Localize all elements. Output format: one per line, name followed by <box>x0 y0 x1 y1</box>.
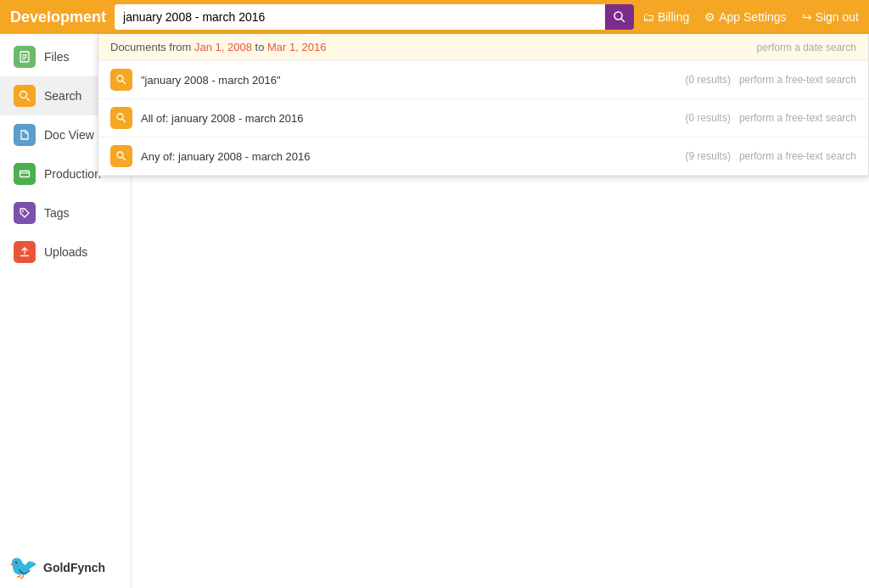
date-suggestion-row[interactable]: Documents from Jan 1, 2008 to Mar 1, 201… <box>98 34 868 61</box>
dropdown-item-action-2: perform a free-text search <box>739 150 856 162</box>
dropdown-item-action-0: perform a free-text search <box>739 74 856 86</box>
search-input[interactable] <box>115 4 605 30</box>
sidebar-item-uploads[interactable]: Uploads <box>0 232 131 272</box>
search-nav-icon <box>14 85 36 107</box>
search-item-icon-0 <box>110 69 132 91</box>
production-icon <box>14 163 36 185</box>
svg-point-12 <box>20 92 27 98</box>
svg-point-16 <box>22 210 24 212</box>
uploads-label: Uploads <box>44 245 87 259</box>
search-button[interactable] <box>605 4 634 30</box>
sign-out-link[interactable]: ↪ Sign out <box>802 10 859 24</box>
production-label: Production <box>44 167 101 181</box>
svg-line-13 <box>26 98 30 101</box>
svg-point-0 <box>614 12 622 20</box>
branding: 🐦 GoldFynch <box>8 553 105 581</box>
tags-label: Tags <box>44 206 70 220</box>
dropdown-item-count-1: (0 results) <box>686 112 731 124</box>
files-icon <box>14 46 36 68</box>
search-container <box>115 4 634 30</box>
dropdown-item-action-1: perform a free-text search <box>739 112 856 124</box>
header: Development 🗂 Billing ⚙ App Settings ↪ S… <box>0 0 869 34</box>
search-item-icon-1 <box>110 107 132 129</box>
svg-line-1 <box>621 19 625 22</box>
header-nav: 🗂 Billing ⚙ App Settings ↪ Sign out <box>642 10 859 24</box>
svg-line-5 <box>123 120 126 123</box>
sidebar-item-tags[interactable]: Tags <box>0 193 131 232</box>
dropdown-item-1[interactable]: All of: january 2008 - march 2016 (0 res… <box>98 99 868 137</box>
date-suggestion-text: Documents from Jan 1, 2008 to Mar 1, 201… <box>110 41 326 53</box>
app-settings-link[interactable]: ⚙ App Settings <box>704 10 786 24</box>
dropdown-item-label-2: Any of: january 2008 - march 2016 <box>141 150 674 163</box>
signout-icon: ↪ <box>802 10 812 24</box>
docview-label: Doc View <box>44 128 94 142</box>
tags-icon <box>14 202 36 224</box>
dropdown-item-2[interactable]: Any of: january 2008 - march 2016 (9 res… <box>98 137 868 176</box>
search-item-icon-2 <box>110 145 132 167</box>
dropdown-item-label-1: All of: january 2008 - march 2016 <box>141 112 674 125</box>
svg-line-7 <box>123 158 126 161</box>
billing-link[interactable]: 🗂 Billing <box>642 10 689 24</box>
search-dropdown: Documents from Jan 1, 2008 to Mar 1, 201… <box>98 34 869 176</box>
dropdown-item-count-0: (0 results) <box>686 74 731 86</box>
dropdown-item-label-0: "january 2008 - march 2016" <box>141 74 674 87</box>
svg-point-4 <box>117 114 123 120</box>
date-action-label: perform a date search <box>757 42 856 53</box>
billing-icon: 🗂 <box>642 10 654 24</box>
svg-rect-14 <box>20 171 30 177</box>
search-icon <box>614 11 625 23</box>
docview-icon <box>14 124 36 146</box>
settings-icon: ⚙ <box>704 10 715 24</box>
files-label: Files <box>44 50 70 64</box>
brand-name: GoldFynch <box>43 561 105 574</box>
dropdown-item-0[interactable]: "january 2008 - march 2016" (0 results) … <box>98 61 868 99</box>
dropdown-item-count-2: (9 results) <box>686 150 731 162</box>
svg-point-2 <box>117 76 123 81</box>
bird-icon: 🐦 <box>8 553 38 581</box>
app-title: Development <box>10 8 106 26</box>
svg-line-3 <box>123 81 126 85</box>
search-label: Search <box>44 89 81 103</box>
uploads-icon <box>14 241 36 263</box>
svg-point-6 <box>117 152 123 158</box>
